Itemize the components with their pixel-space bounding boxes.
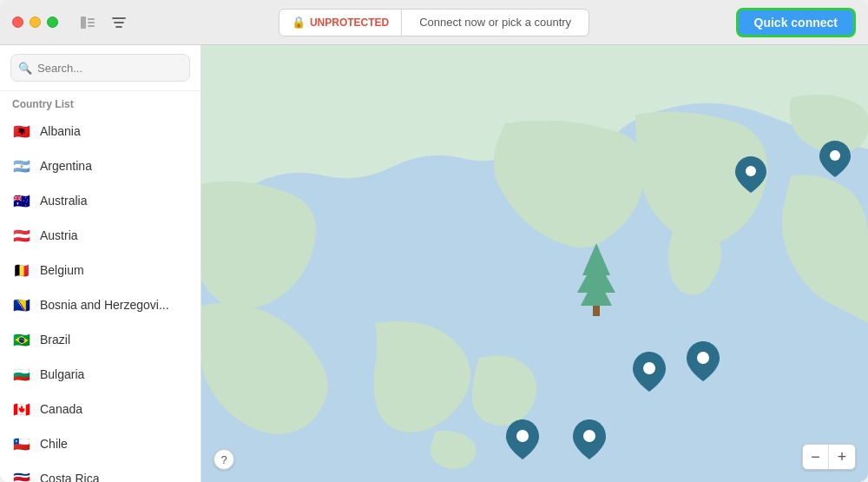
- country-name: Argentina: [40, 159, 92, 173]
- zoom-out-button[interactable]: −: [803, 445, 829, 469]
- list-item[interactable]: 🇦🇺Australia: [0, 183, 201, 218]
- list-item[interactable]: 🇧🇦Bosnia and Herzegovi...: [0, 287, 201, 322]
- svg-rect-18: [593, 306, 600, 316]
- list-item[interactable]: 🇧🇪Belgium: [0, 253, 201, 287]
- country-flag: 🇧🇪: [12, 261, 31, 280]
- country-name: Costa Rica: [40, 472, 99, 482]
- country-name: Belgium: [40, 263, 84, 277]
- quick-connect-button[interactable]: Quick connect: [736, 8, 856, 37]
- sidebar: 🔍 Country List 🇦🇱Albania🇦🇷Argentina🇦🇺Aus…: [0, 45, 201, 482]
- country-flag: 🇨🇷: [12, 469, 31, 482]
- country-flag: 🇦🇷: [12, 156, 31, 175]
- world-map: [201, 45, 868, 482]
- maximize-button[interactable]: [47, 17, 58, 28]
- list-item[interactable]: 🇦🇱Albania: [0, 114, 201, 149]
- svg-rect-0: [81, 17, 86, 29]
- minimize-button[interactable]: [30, 17, 41, 28]
- svg-rect-2: [88, 22, 95, 23]
- country-name: Chile: [40, 437, 68, 451]
- country-flag: 🇧🇦: [12, 295, 31, 314]
- svg-rect-3: [88, 25, 95, 27]
- sidebar-toggle-button[interactable]: [76, 10, 100, 35]
- zoom-controls: − +: [802, 444, 856, 470]
- country-flag: 🇦🇱: [12, 122, 31, 141]
- list-item[interactable]: 🇦🇷Argentina: [0, 149, 201, 183]
- search-container: 🔍: [0, 45, 201, 91]
- country-name: Bosnia and Herzegovi...: [40, 298, 169, 312]
- main-layout: 🔍 Country List 🇦🇱Albania🇦🇷Argentina🇦🇺Aus…: [0, 45, 868, 482]
- svg-rect-1: [88, 18, 95, 20]
- filter-button[interactable]: [107, 10, 131, 35]
- list-item[interactable]: 🇨🇦Canada: [0, 392, 201, 426]
- country-name: Brazil: [40, 333, 70, 347]
- svg-point-22: [697, 352, 709, 364]
- country-name: Bulgaria: [40, 367, 84, 381]
- status-text: UNPROTECTED: [310, 17, 389, 29]
- titlebar-icons: [76, 10, 131, 35]
- country-flag: 🇧🇷: [12, 330, 31, 349]
- svg-point-23: [516, 430, 529, 442]
- help-button[interactable]: ?: [214, 449, 234, 470]
- country-flag: 🇧🇬: [12, 365, 31, 384]
- svg-point-20: [830, 150, 840, 161]
- list-item[interactable]: 🇨🇱Chile: [0, 426, 201, 461]
- svg-point-21: [643, 362, 655, 374]
- lock-icon: 🔒: [292, 16, 306, 29]
- country-flag: 🇦🇺: [12, 191, 31, 210]
- svg-point-19: [746, 166, 756, 176]
- list-item[interactable]: 🇨🇷Costa Rica: [0, 461, 201, 482]
- country-list-label: Country List: [0, 91, 201, 114]
- country-name: Australia: [40, 194, 87, 208]
- list-item[interactable]: 🇦🇹Austria: [0, 218, 201, 253]
- titlebar: 🔒 UNPROTECTED Connect now or pick a coun…: [0, 0, 868, 45]
- country-list: 🇦🇱Albania🇦🇷Argentina🇦🇺Australia🇦🇹Austria…: [0, 114, 201, 482]
- connection-status-bar: 🔒 UNPROTECTED Connect now or pick a coun…: [279, 9, 589, 36]
- map-area: ? − +: [201, 45, 868, 482]
- list-item[interactable]: 🇧🇬Bulgaria: [0, 357, 201, 392]
- search-input[interactable]: [10, 54, 190, 82]
- connect-text: Connect now or pick a country: [402, 10, 589, 36]
- list-item[interactable]: 🇧🇷Brazil: [0, 322, 201, 357]
- close-button[interactable]: [12, 17, 23, 28]
- country-name: Albania: [40, 124, 81, 138]
- country-name: Canada: [40, 402, 82, 416]
- svg-point-24: [583, 430, 595, 442]
- unprotected-status: 🔒 UNPROTECTED: [279, 10, 402, 36]
- country-flag: 🇨🇦: [12, 399, 31, 419]
- traffic-lights: [12, 17, 58, 28]
- zoom-in-button[interactable]: +: [829, 445, 855, 469]
- country-name: Austria: [40, 228, 78, 242]
- search-icon: 🔍: [18, 62, 32, 75]
- country-flag: 🇦🇹: [12, 226, 31, 245]
- country-flag: 🇨🇱: [12, 434, 31, 453]
